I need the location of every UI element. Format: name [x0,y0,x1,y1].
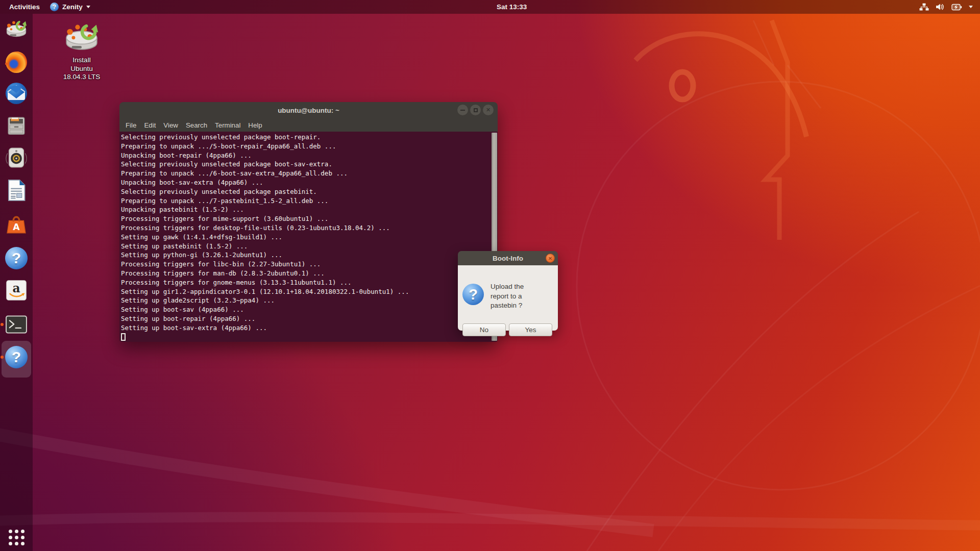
app-menu-label: Zenity [62,3,83,11]
system-status-area[interactable] [916,0,976,14]
clock-label: Sat 13:33 [497,3,527,11]
running-indicator-boot-info [1,356,4,359]
dock-item-ubiquity-installer[interactable] [4,17,29,42]
ubuntu-desktop: { "top_bar": { "activities_label": "Acti… [0,0,980,551]
yes-button[interactable]: Yes [509,323,552,336]
terminal-window-title: ubuntu@ubuntu: ~ [119,102,498,118]
question-icon: ? [462,284,484,305]
dock-item-boot-info-help[interactable]: ? [4,345,29,369]
terminal-cursor [121,333,126,341]
clock[interactable]: Sat 13:33 [497,0,527,14]
dock-item-libreoffice-writer[interactable] [4,178,29,203]
zenity-app-icon: ? [50,3,59,11]
close-icon: ✕ [486,107,491,113]
dock-item-files[interactable] [4,113,29,138]
maximize-icon [474,108,478,112]
dialog-titlebar[interactable]: Boot-Info ✕ [458,251,558,265]
dock-item-amazon[interactable]: a [4,278,29,303]
help-icon: ? [5,247,28,269]
writer-document-icon [6,179,27,202]
terminal-menu-item[interactable]: View [163,121,178,129]
terminal-window: ubuntu@ubuntu: ~ ✕ FileEditViewSearchTer… [119,102,498,342]
dialog-body: ? Upload the report to a pastebin ? No Y… [458,265,558,331]
help-icon: ? [5,346,28,368]
close-button[interactable]: ✕ [483,105,494,115]
show-applications-button[interactable] [7,528,26,546]
minimize-button[interactable] [457,105,468,115]
install-disk-icon [5,19,28,40]
terminal-titlebar[interactable]: ubuntu@ubuntu: ~ ✕ FileEditViewSearchTer… [119,102,498,132]
terminal-body[interactable]: Selecting previously unselected package … [119,132,498,342]
software-bag-icon: A [5,213,28,237]
no-button[interactable]: No [462,323,506,336]
dock: A ? a ? [0,14,33,551]
dialog-close-button[interactable]: ✕ [546,254,555,263]
dock-item-help[interactable]: ? [4,246,29,270]
maximize-button[interactable] [470,105,481,115]
thunderbird-icon [5,82,28,105]
app-menu-button[interactable]: ? Zenity [47,0,93,14]
dialog-message: Upload the report to a pastebin ? [491,282,547,311]
terminal-menu-item[interactable]: Help [248,121,262,129]
terminal-menu-item[interactable]: Edit [144,121,156,129]
terminal-output: Selecting previously unselected package … [119,132,498,333]
running-indicator-terminal [1,323,4,326]
svg-text:A: A [13,222,20,232]
dock-item-terminal[interactable] [4,312,29,337]
desktop-icon-label: Install Ubuntu 18.04.3 LTS [50,56,113,82]
terminal-icon [5,315,28,334]
install-disk-icon [62,22,101,54]
terminal-menu-item[interactable]: Terminal [215,121,240,129]
amazon-icon: a [5,279,28,302]
activities-button[interactable]: Activities [5,0,44,14]
dock-item-rhythmbox[interactable] [4,145,29,170]
volume-icon [936,3,945,11]
terminal-menu-item[interactable]: File [126,121,136,129]
dock-item-firefox[interactable] [4,50,29,74]
chevron-down-icon [86,6,90,8]
svg-text:a: a [12,281,20,295]
terminal-menu-item[interactable]: Search [186,121,207,129]
desktop-icon-install-ubuntu[interactable]: Install Ubuntu 18.04.3 LTS [50,22,113,82]
battery-charging-icon [951,4,962,11]
dock-item-ubuntu-software[interactable]: A [4,213,29,237]
firefox-icon [5,51,28,74]
top-bar: Activities ? Zenity Sat 13:33 [0,0,980,14]
network-wired-icon [919,3,929,11]
boot-info-dialog: Boot-Info ✕ ? Upload the report to a pas… [458,251,558,331]
activities-label: Activities [9,3,40,11]
file-cabinet-icon [5,114,28,137]
dock-item-thunderbird[interactable] [4,81,29,106]
dialog-title: Boot-Info [493,255,523,262]
terminal-menubar: FileEditViewSearchTerminalHelp [119,118,498,132]
speaker-icon [5,146,28,169]
chevron-down-icon [969,6,973,8]
minimize-icon [460,110,465,111]
